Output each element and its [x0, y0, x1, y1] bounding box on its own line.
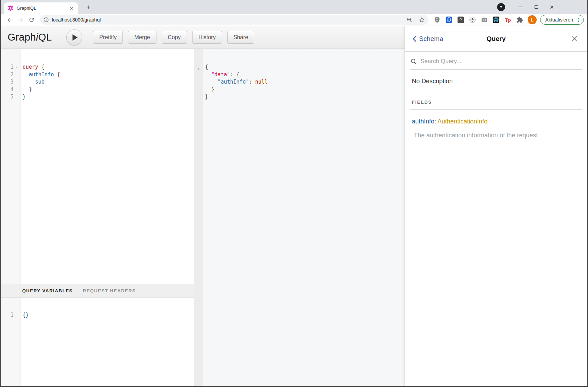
graphql-favicon-icon — [8, 5, 14, 11]
fold-arrow-icon[interactable]: ▾ — [14, 63, 20, 71]
variables-editor-gutter: 1 — [1, 298, 20, 386]
doc-close-button[interactable] — [571, 35, 578, 43]
doc-explorer-header: Schema Query — [405, 26, 587, 52]
zoom-icon[interactable] — [407, 17, 412, 23]
editors-area: 1▾2345 query { authInfo { sub }} QUERY V… — [1, 49, 404, 386]
copy-button[interactable]: Copy — [162, 31, 187, 44]
result-fold-gutter: ▾ — [194, 49, 203, 386]
address-bar[interactable]: localhost:3000/graphql — [40, 15, 428, 25]
code-line: } — [205, 86, 404, 94]
code-line: {} — [23, 311, 194, 319]
gutter-line: 4 — [1, 86, 20, 94]
tab-title: GraphiQL — [17, 6, 69, 11]
reload-icon[interactable] — [27, 15, 37, 25]
doc-back-label: Schema — [419, 35, 443, 43]
window-maximize-button[interactable] — [528, 1, 544, 12]
prettify-button[interactable]: Prettify — [93, 31, 123, 44]
query-editor-gutter: 1▾2345 — [1, 49, 20, 284]
graphiql-logo: GraphiQL — [8, 32, 52, 43]
page-info-icon[interactable] — [43, 17, 49, 23]
line-number: 2 — [1, 71, 14, 79]
fold-spacer — [14, 311, 20, 319]
share-button[interactable]: Share — [227, 31, 255, 44]
play-icon — [73, 34, 78, 41]
camera-icon[interactable] — [480, 16, 488, 24]
doc-search — [410, 58, 582, 70]
field-name-link[interactable]: authInfo — [412, 118, 434, 125]
browser-update-chevron-icon[interactable]: ▼ — [497, 3, 505, 11]
graphiql-topbar: GraphiQL Prettify Merge Copy History Sha… — [1, 26, 404, 49]
tampermonkey-icon[interactable]: Tp — [504, 16, 511, 24]
result-pane: ▾ { "data": { "authInfo": null }} — [194, 49, 404, 386]
extensions-puzzle-icon[interactable] — [516, 16, 523, 24]
toolbar-buttons: Prettify Merge Copy History Share — [93, 31, 254, 44]
window-controls: ▼ ✕ — [497, 0, 560, 14]
search-input[interactable] — [420, 58, 582, 65]
new-tab-button[interactable]: + — [84, 3, 93, 12]
line-number: 3 — [1, 78, 14, 86]
query-editor[interactable]: 1▾2345 query { authInfo { sub }} — [1, 49, 194, 284]
extensions-row: P Tp — [433, 16, 523, 24]
doc-field-row: authInfo: AuthenticationInfo — [412, 118, 580, 125]
code-line: } — [23, 93, 194, 101]
ublock-icon[interactable] — [433, 16, 441, 24]
fold-spacer — [14, 78, 20, 86]
graphiql-app: GraphiQL Prettify Merge Copy History Sha… — [1, 26, 587, 386]
gutter-line: 1 — [1, 311, 20, 319]
url-text[interactable]: localhost:3000/graphql — [52, 17, 407, 23]
p-extension-icon[interactable]: P — [457, 16, 464, 24]
browser-tab-graphiql[interactable]: GraphiQL ✕ — [4, 2, 78, 14]
bookmark-star-icon[interactable] — [419, 17, 425, 23]
field-type-link[interactable]: AuthenticationInfo — [437, 118, 487, 125]
fold-spacer — [14, 93, 20, 101]
forward-icon[interactable] — [16, 15, 26, 25]
tab-close-icon[interactable]: ✕ — [69, 6, 74, 11]
doc-field-description: The authentication information of the re… — [414, 132, 580, 139]
line-number: 5 — [1, 93, 14, 101]
fold-spacer — [14, 71, 20, 79]
search-icon — [410, 58, 417, 65]
doc-back-link[interactable]: Schema — [412, 35, 443, 43]
execute-query-button[interactable] — [66, 29, 82, 45]
line-number: 1 — [1, 63, 14, 71]
doc-no-description: No Description — [412, 78, 580, 85]
merge-button[interactable]: Merge — [128, 31, 156, 44]
line-number: 1 — [1, 311, 14, 319]
window-minimize-button[interactable] — [513, 1, 528, 12]
variables-editor[interactable]: 1 {} — [1, 298, 194, 386]
gutter-line: 1▾ — [1, 63, 20, 71]
code-line: query { — [23, 63, 194, 71]
kebab-menu-icon[interactable]: ⋮ — [576, 17, 581, 23]
browser-toolbar: localhost:3000/graphql P — [1, 14, 587, 26]
history-button[interactable]: History — [192, 31, 222, 44]
gutter-line: 2 — [1, 71, 20, 79]
tab-query-variables[interactable]: QUERY VARIABLES — [22, 288, 73, 293]
profile-avatar[interactable]: L — [528, 15, 537, 24]
code-line: } — [205, 93, 404, 101]
svg-text:P: P — [459, 18, 462, 22]
doc-explorer: Schema Query No Description FIELDS authI… — [404, 26, 587, 386]
editor-column: GraphiQL Prettify Merge Copy History Sha… — [1, 26, 404, 386]
code-line: sub — [23, 78, 194, 86]
update-button-label: Aktualisieren — [545, 17, 573, 23]
bitwarden-icon[interactable] — [445, 16, 452, 24]
back-icon[interactable] — [5, 15, 15, 25]
field-colon: : — [434, 118, 437, 125]
line-number: 4 — [1, 86, 14, 94]
code-line: authInfo { — [23, 71, 194, 79]
query-editor-code[interactable]: query { authInfo { sub }} — [20, 49, 194, 284]
window-close-button[interactable]: ✕ — [544, 1, 560, 12]
variables-title-bar: QUERY VARIABLES REQUEST HEADERS — [1, 284, 194, 298]
tab-request-headers[interactable]: REQUEST HEADERS — [83, 288, 136, 293]
result-viewer-code[interactable]: { "data": { "authInfo": null }} — [203, 49, 404, 386]
code-line: } — [23, 86, 194, 94]
query-pane: 1▾2345 query { authInfo { sub }} QUERY V… — [1, 49, 194, 386]
fold-spacer — [14, 86, 20, 94]
update-button[interactable]: Aktualisieren ⋮ — [540, 15, 584, 25]
react-devtools-icon[interactable] — [492, 16, 500, 24]
variables-editor-code[interactable]: {} — [20, 298, 194, 386]
move-cross-icon[interactable] — [469, 16, 476, 24]
fold-arrow-icon[interactable]: ▾ — [197, 67, 199, 71]
gutter-line: 3 — [1, 78, 20, 86]
code-line: { — [205, 63, 404, 71]
